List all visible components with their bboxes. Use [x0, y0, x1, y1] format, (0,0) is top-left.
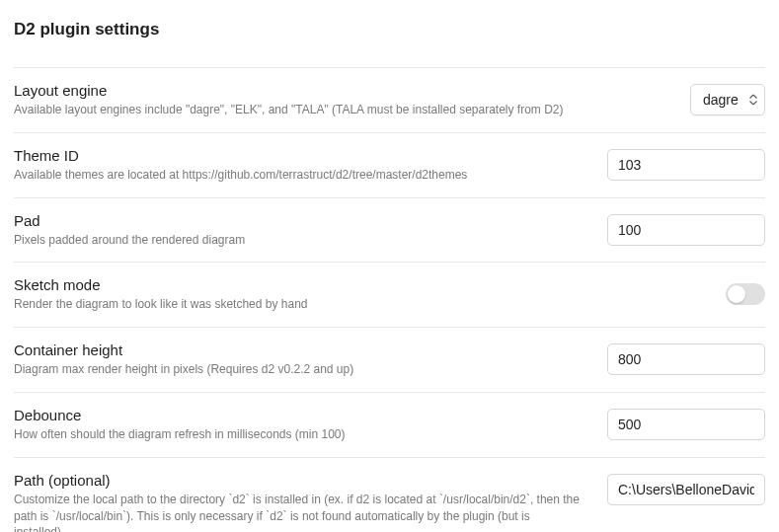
- setting-control: [607, 472, 765, 507]
- setting-label: Sketch mode: [14, 276, 702, 293]
- setting-control: [607, 212, 765, 248]
- setting-control: [607, 147, 765, 183]
- setting-info: Theme ID Available themes are located at…: [14, 147, 584, 184]
- layout-engine-select[interactable]: dagre: [690, 84, 765, 115]
- theme-id-input[interactable]: [607, 149, 765, 181]
- setting-pad: Pad Pixels padded around the rendered di…: [14, 197, 765, 263]
- setting-path: Path (optional) Customize the local path…: [14, 457, 765, 532]
- setting-theme-id: Theme ID Available themes are located at…: [14, 132, 765, 197]
- setting-container-height: Container height Diagram max render heig…: [14, 327, 765, 392]
- setting-control: [607, 342, 765, 377]
- setting-desc: Render the diagram to look like it was s…: [14, 296, 702, 313]
- toggle-knob: [728, 285, 745, 303]
- setting-control: [726, 276, 765, 312]
- setting-label: Pad: [14, 212, 584, 229]
- setting-label: Container height: [14, 342, 584, 358]
- debounce-input[interactable]: [607, 409, 765, 440]
- setting-label: Theme ID: [14, 147, 584, 164]
- setting-control: dagre: [690, 82, 765, 117]
- sketch-mode-toggle[interactable]: [726, 283, 765, 305]
- setting-desc: Available themes are located at https://…: [14, 167, 584, 184]
- container-height-input[interactable]: [607, 343, 765, 375]
- setting-label: Debounce: [14, 407, 584, 423]
- path-input[interactable]: [607, 474, 765, 505]
- setting-debounce: Debounce How often should the diagram re…: [14, 392, 765, 457]
- setting-info: Pad Pixels padded around the rendered di…: [14, 212, 584, 249]
- setting-sketch-mode: Sketch mode Render the diagram to look l…: [14, 262, 765, 327]
- setting-layout-engine: Layout engine Available layout engines i…: [14, 67, 765, 132]
- setting-info: Layout engine Available layout engines i…: [14, 82, 666, 118]
- setting-desc: How often should the diagram refresh in …: [14, 426, 584, 443]
- setting-desc: Customize the local path to the director…: [14, 492, 584, 532]
- setting-desc: Pixels padded around the rendered diagra…: [14, 232, 584, 249]
- setting-info: Debounce How often should the diagram re…: [14, 407, 584, 443]
- setting-desc: Diagram max render height in pixels (Req…: [14, 361, 584, 378]
- page-title: D2 plugin settings: [14, 20, 765, 39]
- select-wrapper: dagre: [690, 84, 765, 115]
- setting-info: Sketch mode Render the diagram to look l…: [14, 276, 702, 313]
- pad-input[interactable]: [607, 214, 765, 246]
- setting-control: [607, 407, 765, 442]
- setting-info: Container height Diagram max render heig…: [14, 342, 584, 378]
- setting-label: Path (optional): [14, 472, 584, 489]
- setting-info: Path (optional) Customize the local path…: [14, 472, 584, 532]
- setting-desc: Available layout engines include "dagre"…: [14, 102, 666, 118]
- setting-label: Layout engine: [14, 82, 666, 99]
